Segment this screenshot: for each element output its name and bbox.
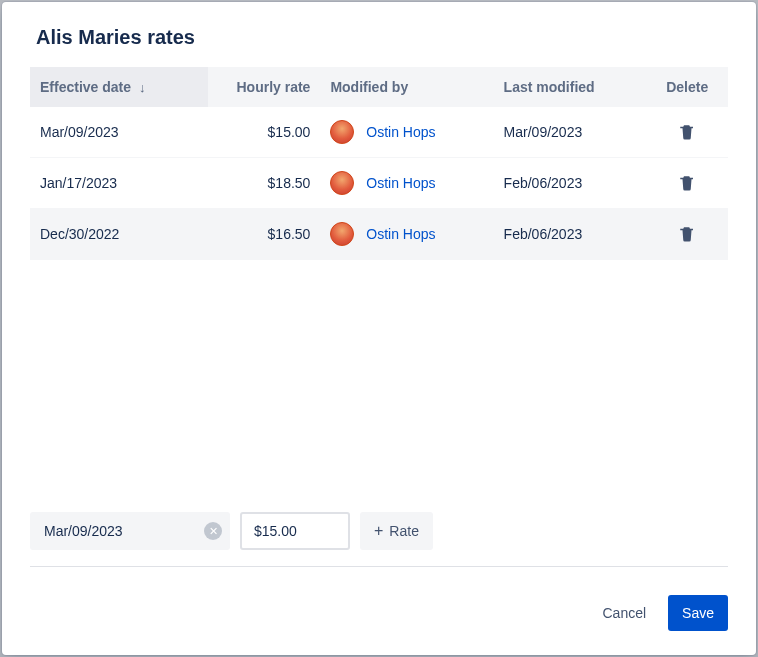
col-last-modified-label: Last modified bbox=[504, 79, 595, 95]
cell-modified-by: Ostin Hops bbox=[320, 107, 493, 158]
col-delete: Delete bbox=[646, 67, 728, 107]
rate-field-wrap bbox=[240, 512, 350, 550]
table-header-row: Effective date ↓ Hourly rate Modified by… bbox=[30, 67, 728, 107]
cell-modified-by: Ostin Hops bbox=[320, 158, 493, 209]
effective-date-input[interactable] bbox=[30, 512, 230, 550]
col-modified-by[interactable]: Modified by bbox=[320, 67, 493, 107]
cell-hourly-rate: $18.50 bbox=[208, 158, 320, 209]
col-effective-date[interactable]: Effective date ↓ bbox=[30, 67, 208, 107]
date-field-wrap: ✕ bbox=[30, 512, 230, 550]
cell-last-modified: Feb/06/2023 bbox=[494, 158, 647, 209]
dialog-title: Alis Maries rates bbox=[36, 26, 728, 49]
rates-dialog: Alis Maries rates Effective date ↓ Hourl… bbox=[2, 2, 756, 655]
col-modified-by-label: Modified by bbox=[330, 79, 408, 95]
modified-by-link[interactable]: Ostin Hops bbox=[366, 124, 435, 140]
cell-delete bbox=[646, 209, 728, 260]
cell-effective-date: Mar/09/2023 bbox=[30, 107, 208, 158]
sort-descending-icon: ↓ bbox=[139, 80, 146, 95]
cell-delete bbox=[646, 158, 728, 209]
cell-last-modified: Feb/06/2023 bbox=[494, 209, 647, 260]
trash-icon bbox=[678, 225, 696, 243]
modified-by-link[interactable]: Ostin Hops bbox=[366, 175, 435, 191]
table-row: Mar/09/2023 $15.00 Ostin Hops Mar/09/202… bbox=[30, 107, 728, 158]
cell-effective-date: Jan/17/2023 bbox=[30, 158, 208, 209]
spacer bbox=[30, 260, 728, 502]
hourly-rate-input[interactable] bbox=[240, 512, 350, 550]
delete-button[interactable] bbox=[674, 119, 700, 145]
add-rate-form: ✕ + Rate bbox=[30, 502, 728, 567]
cell-hourly-rate: $15.00 bbox=[208, 107, 320, 158]
col-effective-date-label: Effective date bbox=[40, 79, 131, 95]
cell-hourly-rate: $16.50 bbox=[208, 209, 320, 260]
modified-by-link[interactable]: Ostin Hops bbox=[366, 226, 435, 242]
dialog-footer: Cancel Save bbox=[30, 595, 728, 631]
col-hourly-rate[interactable]: Hourly rate bbox=[208, 67, 320, 107]
delete-button[interactable] bbox=[674, 221, 700, 247]
rates-table: Effective date ↓ Hourly rate Modified by… bbox=[30, 67, 728, 260]
rates-table-wrap: Effective date ↓ Hourly rate Modified by… bbox=[30, 67, 728, 260]
clear-date-button[interactable]: ✕ bbox=[204, 522, 222, 540]
col-delete-label: Delete bbox=[666, 79, 708, 95]
avatar bbox=[330, 120, 354, 144]
save-button[interactable]: Save bbox=[668, 595, 728, 631]
col-hourly-rate-label: Hourly rate bbox=[236, 79, 310, 95]
avatar bbox=[330, 222, 354, 246]
trash-icon bbox=[678, 174, 696, 192]
add-rate-button[interactable]: + Rate bbox=[360, 512, 433, 550]
add-rate-label: Rate bbox=[389, 523, 419, 539]
delete-button[interactable] bbox=[674, 170, 700, 196]
col-last-modified[interactable]: Last modified bbox=[494, 67, 647, 107]
trash-icon bbox=[678, 123, 696, 141]
cell-delete bbox=[646, 107, 728, 158]
avatar bbox=[330, 171, 354, 195]
plus-icon: + bbox=[374, 523, 383, 539]
cancel-button[interactable]: Cancel bbox=[588, 595, 660, 631]
cell-effective-date: Dec/30/2022 bbox=[30, 209, 208, 260]
rates-tbody: Mar/09/2023 $15.00 Ostin Hops Mar/09/202… bbox=[30, 107, 728, 260]
cell-last-modified: Mar/09/2023 bbox=[494, 107, 647, 158]
close-icon: ✕ bbox=[209, 526, 218, 537]
cell-modified-by: Ostin Hops bbox=[320, 209, 493, 260]
table-row: Dec/30/2022 $16.50 Ostin Hops Feb/06/202… bbox=[30, 209, 728, 260]
table-row: Jan/17/2023 $18.50 Ostin Hops Feb/06/202… bbox=[30, 158, 728, 209]
